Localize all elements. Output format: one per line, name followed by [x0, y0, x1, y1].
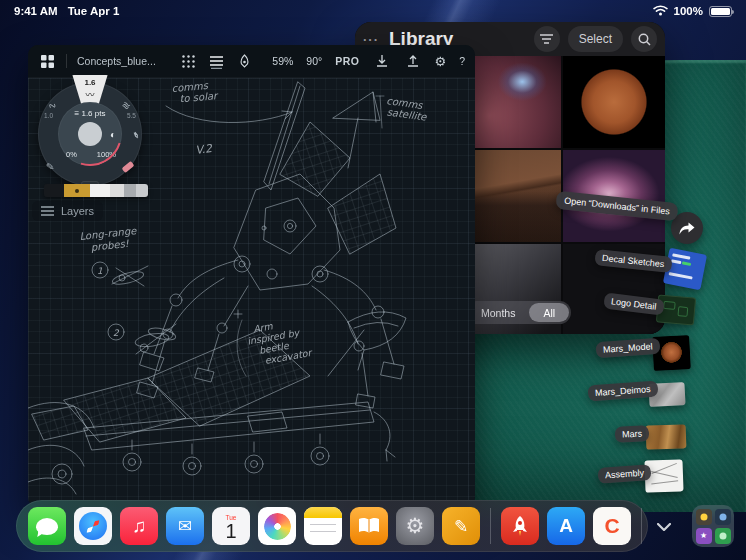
export-button[interactable]: [404, 52, 422, 70]
messages-bubble-icon: [36, 518, 58, 535]
ipad-screen: 9:41 AM Tue Apr 1 100% ··· Library Selec…: [0, 0, 746, 560]
app-library-mini-icon: [715, 528, 731, 544]
pen-tool-button[interactable]: [236, 52, 254, 70]
brush-size-label-2: 5.5: [127, 112, 136, 119]
app-library-mini-icon: [715, 509, 731, 525]
filter-button[interactable]: [534, 26, 560, 52]
tool-wheel[interactable]: 1.6 〰 ∿ 1.0 ≋ 5.5 ✒ ✏ ≡ 1.6 pts ◐ 0% 100…: [38, 82, 142, 186]
dock-app-appstore[interactable]: A: [547, 507, 585, 545]
clock: 9:41 AM: [14, 5, 58, 17]
home-grid-button[interactable]: [38, 52, 56, 70]
selected-swatch-dot: [75, 189, 79, 193]
concepts-pen-icon: ✎: [454, 516, 468, 537]
swatch-light-gray[interactable]: [110, 184, 124, 197]
brush-size-label: 1.0: [44, 112, 53, 119]
photos-flower-icon: [264, 513, 291, 540]
dock-app-safari[interactable]: [74, 507, 112, 545]
dock-collapse-button[interactable]: [650, 514, 678, 540]
hamburger-icon: [41, 206, 54, 216]
dock-app-messages[interactable]: [28, 507, 66, 545]
dock-app-photos[interactable]: [258, 507, 296, 545]
swatch-black[interactable]: [44, 184, 64, 197]
probe-badge-1: 1: [97, 266, 103, 276]
rotation-value[interactable]: 90°: [306, 55, 322, 67]
dock-app-concepts[interactable]: ✎: [442, 507, 480, 545]
notes-icon: [304, 507, 342, 518]
import-button[interactable]: [373, 52, 391, 70]
swatch-white[interactable]: [90, 184, 110, 197]
library-segmented-control: Months All: [465, 301, 571, 324]
layers-label: Layers: [61, 205, 94, 217]
note-comms-2: to solar: [179, 90, 219, 104]
search-icon: [638, 33, 651, 46]
drag-item-mars[interactable]: [646, 424, 687, 449]
status-bar: 9:41 AM Tue Apr 1 100%: [0, 0, 746, 22]
photo-tile-mars-planet[interactable]: [563, 56, 665, 148]
dock-app-calendar[interactable]: Tue 1: [212, 507, 250, 545]
swatch-gold-selected[interactable]: [64, 184, 90, 197]
swatch-silver[interactable]: [136, 184, 148, 197]
dock-app-mail[interactable]: ✉: [166, 507, 204, 545]
concepts-window: Concepts_blue... 59% 90° PRO ⚙: [28, 45, 475, 507]
dock-divider: [490, 508, 491, 544]
rocket-icon: [510, 515, 530, 537]
precision-grid-button[interactable]: [180, 52, 198, 70]
layers-panel-toggle[interactable]: Layers: [32, 201, 103, 221]
books-icon: [358, 517, 380, 535]
probe-badge-2: 2: [113, 328, 120, 338]
settings-gear-icon: ⚙: [406, 514, 425, 538]
swatch-gray[interactable]: [124, 184, 136, 197]
select-button[interactable]: Select: [568, 26, 623, 52]
dock-app-music[interactable]: ♫: [120, 507, 158, 545]
wifi-icon: [653, 5, 668, 18]
layers-tool-button[interactable]: [208, 52, 226, 70]
dock-divider: [641, 508, 642, 544]
appstore-a-icon: A: [559, 515, 573, 537]
search-button[interactable]: [631, 26, 657, 52]
segment-months[interactable]: Months: [467, 303, 529, 322]
pro-badge[interactable]: PRO: [335, 55, 359, 67]
dock-app-books[interactable]: [350, 507, 388, 545]
app-library-button[interactable]: ★: [692, 505, 734, 547]
dock-app-settings[interactable]: ⚙: [396, 507, 434, 545]
active-tool-size: 1.6: [84, 78, 95, 87]
color-swatch-bar: [44, 184, 148, 197]
concepts-toolbar: Concepts_blue... 59% 90° PRO ⚙: [28, 45, 475, 78]
dock-app-rocket[interactable]: [501, 507, 539, 545]
forward-arrow-icon: [679, 222, 695, 235]
dock: ♫ ✉ Tue 1 ⚙ ✎ A C: [16, 500, 648, 552]
date: Tue Apr 1: [68, 5, 120, 17]
chevron-down-icon: [657, 523, 671, 531]
drag-label: Mars: [615, 425, 650, 443]
dock-app-paint[interactable]: C: [593, 507, 631, 545]
dock-app-notes[interactable]: [304, 507, 342, 545]
app-library-mini-icon: [696, 509, 712, 525]
safari-compass-icon: [79, 512, 107, 540]
segment-all[interactable]: All: [529, 303, 569, 322]
paint-c-icon: C: [604, 514, 619, 538]
help-button[interactable]: ?: [459, 55, 465, 67]
calendar-day: 1: [225, 521, 236, 541]
zoom-level[interactable]: 59%: [272, 55, 293, 67]
mail-envelope-icon: ✉: [178, 516, 192, 537]
document-title[interactable]: Concepts_blue...: [77, 55, 156, 67]
toolbar-divider: [66, 54, 67, 68]
battery-icon: [709, 6, 732, 17]
music-note-icon: ♫: [132, 515, 146, 537]
settings-gear-icon[interactable]: ⚙: [435, 54, 447, 69]
battery-percent: 100%: [674, 5, 703, 17]
note-version: V.2: [195, 142, 214, 157]
active-tool-stroke-icon: 〰: [85, 88, 94, 101]
filter-lines-icon: [540, 34, 553, 44]
app-library-mini-star-icon: ★: [696, 528, 712, 544]
